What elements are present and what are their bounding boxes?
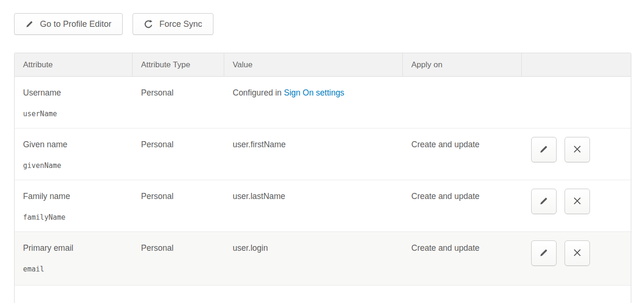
- value-cell: Configured in Sign On settings: [224, 77, 403, 128]
- value-prefix-text: Configured in: [233, 88, 284, 97]
- x-icon: [572, 196, 582, 207]
- go-to-profile-editor-label: Go to Profile Editor: [40, 19, 111, 29]
- value-cell: user.lastName: [224, 180, 403, 231]
- pencil-icon: [25, 20, 34, 28]
- table-row-partial: [15, 286, 631, 303]
- pencil-icon: [539, 196, 549, 207]
- edit-mapping-button[interactable]: [531, 137, 557, 162]
- force-sync-button[interactable]: Force Sync: [133, 13, 213, 35]
- table-row-primary-email: Primary email email Personal user.login …: [15, 232, 631, 286]
- force-sync-label: Force Sync: [159, 19, 202, 29]
- actions-cell: [522, 77, 631, 128]
- attribute-variable-name: familyName: [23, 213, 128, 222]
- attribute-label: Username: [23, 88, 128, 98]
- edit-mapping-button[interactable]: [531, 189, 557, 214]
- attribute-type-cell: Personal: [133, 180, 224, 231]
- pencil-icon: [539, 247, 549, 259]
- remove-mapping-button[interactable]: [565, 189, 590, 214]
- table-row-family-name: Family name familyName Personal user.las…: [15, 180, 631, 232]
- remove-mapping-button[interactable]: [565, 137, 590, 162]
- apply-on-cell: [403, 77, 522, 128]
- remove-mapping-button[interactable]: [565, 240, 590, 266]
- attribute-variable-name: givenName: [23, 161, 128, 170]
- header-value: Value: [224, 53, 403, 76]
- pencil-icon: [539, 144, 549, 156]
- refresh-icon: [144, 19, 153, 29]
- attribute-cell: Given name givenName: [15, 128, 133, 180]
- attribute-label: Primary email: [23, 243, 128, 253]
- apply-on-cell: Create and update: [403, 128, 522, 180]
- apply-on-cell: Create and update: [403, 232, 522, 285]
- header-apply-on: Apply on: [403, 53, 522, 76]
- attribute-mapping-table: Attribute Attribute Type Value Apply on …: [14, 53, 631, 303]
- attribute-mappings-page: Go to Profile Editor Force Sync Attribut…: [0, 0, 644, 303]
- attribute-variable-name: userName: [23, 110, 128, 118]
- header-attribute-type: Attribute Type: [133, 53, 224, 76]
- x-icon: [572, 144, 582, 156]
- attribute-cell: Username userName: [15, 77, 133, 128]
- attribute-type-cell: Personal: [133, 77, 224, 128]
- attribute-type-cell: Personal: [133, 128, 224, 180]
- attribute-cell: Primary email email: [15, 232, 133, 285]
- table-row-given-name: Given name givenName Personal user.first…: [15, 128, 631, 180]
- edit-mapping-button[interactable]: [531, 240, 557, 266]
- actions-cell: [522, 232, 631, 285]
- header-actions: [522, 53, 631, 76]
- value-cell: user.login: [224, 232, 403, 285]
- actions-cell: [522, 128, 631, 180]
- attribute-variable-name: email: [23, 265, 128, 273]
- attribute-cell: Family name familyName: [15, 180, 133, 231]
- toolbar: Go to Profile Editor Force Sync: [14, 13, 644, 35]
- attribute-label: Given name: [23, 140, 128, 150]
- value-cell: user.firstName: [224, 128, 403, 180]
- header-attribute: Attribute: [15, 53, 133, 76]
- go-to-profile-editor-button[interactable]: Go to Profile Editor: [14, 13, 123, 35]
- sign-on-settings-link[interactable]: Sign On settings: [284, 88, 344, 97]
- apply-on-cell: Create and update: [403, 180, 522, 231]
- attribute-label: Family name: [23, 191, 128, 201]
- actions-cell: [522, 180, 631, 231]
- x-icon: [572, 247, 582, 259]
- attribute-type-cell: Personal: [133, 232, 224, 285]
- table-header-row: Attribute Attribute Type Value Apply on: [15, 53, 631, 77]
- table-row-username: Username userName Personal Configured in…: [15, 77, 631, 128]
